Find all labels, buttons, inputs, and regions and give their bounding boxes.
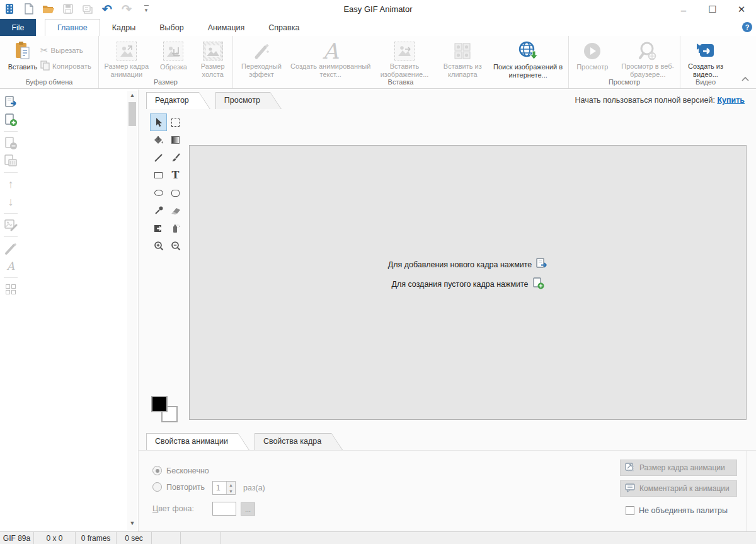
cut-button: ✂ Вырезать <box>40 45 91 56</box>
tab-frame-properties[interactable]: Свойства кадра <box>255 433 343 450</box>
add-blank-frame-button[interactable] <box>3 112 19 128</box>
trial-banner: Начать пользоваться полной версией: Купи… <box>575 96 745 105</box>
toolbar-separator <box>4 277 18 278</box>
create-from-video-button[interactable]: Создать из видео... <box>680 39 731 78</box>
status-filler <box>221 532 756 544</box>
frames-toolbar: ↑ ↓ A <box>2 93 20 298</box>
properties-tabs: Свойства анимации Свойства кадра <box>146 433 348 450</box>
crop-icon <box>163 40 183 62</box>
minimize-button[interactable]: – <box>669 0 698 19</box>
properties-panel: Свойства анимации Свойства кадра Бесконе… <box>139 433 756 531</box>
paste-button[interactable]: Вставить <box>5 39 40 78</box>
globe-download-icon <box>517 40 539 62</box>
rectangle-icon <box>154 172 163 178</box>
spray-tool[interactable] <box>167 219 184 237</box>
tab-spravka[interactable]: Справка <box>256 19 311 36</box>
close-button[interactable]: ✕ <box>727 0 756 19</box>
eyedropper-tool[interactable] <box>150 202 167 219</box>
loop-forever-radio[interactable]: Бесконечно <box>152 466 209 475</box>
editor-panel: Редактор Просмотр Начать пользоваться по… <box>139 90 756 433</box>
repeat-count-stepper[interactable]: 1 ▲▼ <box>212 481 236 495</box>
radio-selected-icon <box>152 466 162 475</box>
scroll-up-icon[interactable]: ▲ <box>127 92 137 101</box>
animation-properties-body: Бесконечно Повторить 1 ▲▼ раз(а) Цвет фо… <box>139 450 756 531</box>
merge-palettes-checkbox[interactable]: Не объединять палитры <box>626 506 728 515</box>
editor-tabs: Редактор Просмотр <box>146 92 287 109</box>
flip-export-tool[interactable] <box>150 219 167 237</box>
transition-effect-button: Переходный эффект <box>233 39 290 78</box>
eraser-tool[interactable] <box>167 202 184 219</box>
stepper-up-icon[interactable]: ▲ <box>227 482 235 488</box>
copy-icon <box>40 61 50 72</box>
background-color-field[interactable] <box>212 502 236 516</box>
tab-vybor[interactable]: Выбор <box>147 19 195 36</box>
scroll-down-icon[interactable]: ▼ <box>127 520 137 529</box>
frames-scrollbar[interactable]: ▲ ▼ <box>127 91 137 530</box>
ribbon-group-preview: Просмотр Просмотр в веб-браузере... Прос… <box>569 36 680 88</box>
rectangle-tool[interactable] <box>150 166 167 184</box>
ellipse-tool[interactable] <box>150 184 167 202</box>
zoom-in-tool[interactable] <box>150 237 167 255</box>
ribbon: Вставить ✂ Вырезать Копировать Буфер обм… <box>0 36 756 89</box>
tab-preview[interactable]: Просмотр <box>215 92 282 109</box>
animation-comment-button: Комментарий к анимации <box>620 480 737 497</box>
line-tool[interactable] <box>150 149 167 166</box>
tab-editor[interactable]: Редактор <box>146 92 210 109</box>
ribbon-group-clipboard: Вставить ✂ Вырезать Копировать Буфер обм… <box>0 36 99 88</box>
gradient-icon <box>171 136 180 144</box>
frames-panel: ↑ ↓ A ▲ ▼ <box>0 90 139 531</box>
tab-glavnoe[interactable]: Главное <box>45 19 100 36</box>
foreground-color-swatch[interactable] <box>151 396 168 412</box>
marquee-tool[interactable] <box>167 113 184 131</box>
preview-in-browser-button: Просмотр в веб-браузере... <box>616 39 680 78</box>
collapse-ribbon-icon[interactable] <box>741 73 750 84</box>
hint-add-frame: Для добавления нового кадра нажмите <box>190 258 746 272</box>
status-empty <box>181 532 221 544</box>
tab-kadry[interactable]: Кадры <box>100 19 147 36</box>
toolbar-separator <box>4 213 18 214</box>
crop-button: Обрезка <box>154 39 193 78</box>
group-label-size: Размер <box>99 78 232 86</box>
fill-tool[interactable] <box>150 131 167 149</box>
letter-a-icon: A <box>323 40 338 61</box>
status-format: GIF 89a <box>0 532 34 544</box>
marquee-icon <box>171 119 180 127</box>
text-tool[interactable]: T <box>167 166 184 184</box>
scroll-thumb[interactable] <box>129 102 136 126</box>
maximize-button[interactable]: ☐ <box>698 0 727 19</box>
loop-repeat-radio[interactable]: Повторить <box>152 482 205 492</box>
stepper-down-icon[interactable]: ▼ <box>227 488 235 494</box>
editor-canvas[interactable]: Для добавления нового кадра нажмите Для … <box>189 145 747 420</box>
add-blank-frame-icon[interactable] <box>532 277 544 291</box>
toolbar-separator <box>4 131 18 132</box>
app-window: ↶ ↷ ▾ Easy GIF Animator – ☐ ✕ File Главн… <box>0 0 756 544</box>
tab-animatsiya[interactable]: Анимация <box>196 19 257 36</box>
select-tool[interactable] <box>150 113 167 131</box>
tab-animation-properties[interactable]: Свойства анимации <box>146 433 249 450</box>
rounded-rect-tool[interactable] <box>167 184 184 202</box>
search-images-online-button[interactable]: Поиск изображений в интернете... <box>488 39 568 78</box>
radio-unselected-icon <box>152 482 162 492</box>
buy-link[interactable]: Купить <box>717 96 745 105</box>
brush-tool[interactable] <box>167 149 184 166</box>
animated-text-button: A Создать анимированный текст... <box>290 39 372 78</box>
text-icon: T <box>172 170 180 180</box>
magic-wand-icon <box>252 40 271 61</box>
window-title: Easy GIF Animator <box>0 4 756 14</box>
status-bar: GIF 89a 0 x 0 0 frames 0 sec <box>0 531 756 544</box>
insert-image-button: Вставить изображение... <box>372 39 438 78</box>
clipart-icon <box>453 40 472 61</box>
zoom-out-tool[interactable] <box>167 237 184 255</box>
add-frame-button[interactable] <box>3 94 19 110</box>
ribbon-group-video: Создать из видео... Видео <box>680 36 731 88</box>
status-duration: 0 sec <box>117 532 152 544</box>
animation-frame-size-button: Размер кадра анимации <box>99 39 154 78</box>
add-frame-icon[interactable] <box>536 258 547 272</box>
toolbar-separator <box>4 236 18 237</box>
move-frame-up-button: ↑ <box>3 176 19 192</box>
help-icon[interactable]: ? <box>742 22 752 32</box>
canvas-size-button: Размер холста <box>193 39 232 78</box>
paste-icon <box>14 40 32 62</box>
file-menu-button[interactable]: File <box>0 19 36 36</box>
gradient-tool[interactable] <box>167 131 184 149</box>
